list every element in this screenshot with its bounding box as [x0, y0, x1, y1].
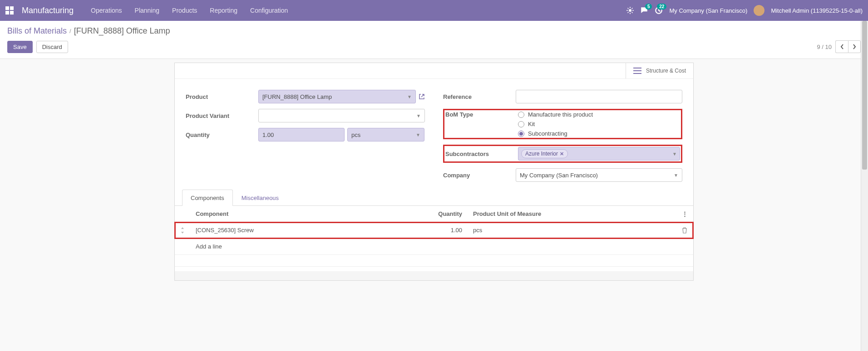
chevron-down-icon: ▼ — [416, 113, 421, 118]
quantity-value: 1.00 — [262, 132, 274, 138]
pager-prev[interactable] — [835, 40, 848, 53]
debug-icon[interactable] — [626, 7, 634, 14]
reference-label: Reference — [443, 93, 516, 100]
discard-button[interactable]: Discard — [36, 41, 68, 53]
radio-subcontracting[interactable]: Subcontracting — [518, 130, 593, 137]
structure-cost-button[interactable]: Structure & Cost — [626, 63, 693, 78]
menu-products[interactable]: Products — [172, 7, 197, 14]
radio-icon — [518, 131, 524, 137]
app-name[interactable]: Manufacturing — [22, 6, 74, 15]
tab-miscellaneous[interactable]: Miscellaneous — [233, 190, 287, 206]
subcontractor-tag: Azure Interior ✕ — [521, 149, 568, 158]
col-options[interactable]: ⋮ — [676, 206, 693, 222]
components-table: Component Quantity Product Unit of Measu… — [175, 206, 693, 267]
cell-uom[interactable]: pcs — [468, 222, 676, 239]
tab-components[interactable]: Components — [182, 190, 233, 206]
pager-text[interactable]: 9 / 10 — [817, 44, 832, 50]
subcontractors-field[interactable]: Azure Interior ✕ ▼ — [518, 147, 680, 161]
breadcrumb-current: [FURN_8888] Office Lamp — [74, 26, 170, 36]
messages-badge: 5 — [645, 4, 652, 10]
user-menu[interactable]: Mitchell Admin (11395225-15-0-all) — [771, 7, 863, 14]
table-row[interactable]: [CONS_25630] Screw 1.00 pcs — [175, 222, 693, 239]
product-label: Product — [186, 93, 258, 100]
quantity-field[interactable]: 1.00 — [258, 128, 345, 141]
activities-icon[interactable]: 22 — [655, 6, 663, 15]
col-component: Component — [190, 206, 386, 222]
external-link-icon[interactable] — [419, 93, 425, 100]
highlight-subcontractors: Subcontractors Azure Interior ✕ ▼ — [443, 145, 682, 163]
breadcrumb-sep: / — [69, 28, 71, 34]
tag-remove-icon[interactable]: ✕ — [560, 151, 564, 157]
tag-label: Azure Interior — [525, 151, 558, 157]
chevron-down-icon: ▼ — [672, 151, 677, 156]
radio-label: Manufacture this product — [528, 111, 593, 118]
highlight-bom-type: BoM Type Manufacture this product Kit — [443, 109, 682, 139]
company-value: My Company (San Francisco) — [520, 172, 598, 179]
company-label: Company — [443, 172, 516, 179]
radio-kit[interactable]: Kit — [518, 121, 593, 127]
col-uom: Product Unit of Measure — [468, 206, 676, 222]
chevron-down-icon: ▼ — [674, 173, 678, 178]
bars-icon — [633, 68, 641, 74]
radio-icon — [518, 112, 524, 118]
top-navbar: Manufacturing Operations Planning Produc… — [0, 0, 868, 21]
svg-point-0 — [629, 9, 631, 12]
sheet-footer — [175, 271, 693, 280]
drag-handle-icon[interactable] — [175, 222, 190, 239]
menu-operations[interactable]: Operations — [91, 7, 122, 14]
table-row-add: Add a line — [175, 239, 693, 255]
radio-icon — [518, 121, 524, 127]
col-quantity: Quantity — [386, 206, 468, 222]
chevron-down-icon: ▼ — [407, 94, 412, 99]
variant-label: Product Variant — [186, 112, 258, 119]
add-line-link[interactable]: Add a line — [190, 239, 386, 255]
radio-label: Subcontracting — [528, 130, 567, 137]
company-switcher[interactable]: My Company (San Francisco) — [669, 7, 747, 14]
stat-label: Structure & Cost — [646, 68, 686, 74]
activities-badge: 22 — [657, 4, 666, 10]
apps-menu-icon[interactable] — [5, 6, 14, 15]
menu-configuration[interactable]: Configuration — [250, 7, 288, 14]
subcontractors-label: Subcontractors — [445, 151, 518, 157]
radio-manufacture[interactable]: Manufacture this product — [518, 111, 593, 118]
form-sheet: Structure & Cost Product [FURN_8888] Off… — [174, 63, 694, 281]
control-panel: Bills of Materials / [FURN_8888] Office … — [0, 21, 868, 59]
messages-icon[interactable]: 5 — [640, 6, 648, 15]
breadcrumb-root[interactable]: Bills of Materials — [7, 26, 67, 36]
menu-reporting[interactable]: Reporting — [210, 7, 237, 14]
avatar[interactable] — [754, 5, 764, 16]
product-value: [FURN_8888] Office Lamp — [262, 93, 332, 100]
quantity-uom-value: pcs — [351, 132, 360, 138]
pager-next[interactable] — [848, 40, 861, 53]
bom-type-label: BoM Type — [445, 111, 518, 118]
scrollbar[interactable] — [861, 21, 868, 281]
quantity-label: Quantity — [186, 132, 258, 138]
chevron-down-icon: ▼ — [416, 132, 420, 137]
menu-planning[interactable]: Planning — [135, 7, 160, 14]
cell-component[interactable]: [CONS_25630] Screw — [190, 222, 386, 239]
save-button[interactable]: Save — [7, 41, 33, 53]
trash-icon[interactable] — [682, 227, 688, 234]
radio-label: Kit — [528, 121, 535, 127]
variant-field[interactable]: ▼ — [258, 109, 425, 122]
product-field[interactable]: [FURN_8888] Office Lamp ▼ — [258, 90, 416, 103]
reference-field[interactable] — [516, 90, 682, 103]
company-field[interactable]: My Company (San Francisco) ▼ — [516, 168, 682, 182]
quantity-uom-field[interactable]: pcs ▼ — [347, 128, 424, 141]
cell-quantity[interactable]: 1.00 — [386, 222, 468, 239]
